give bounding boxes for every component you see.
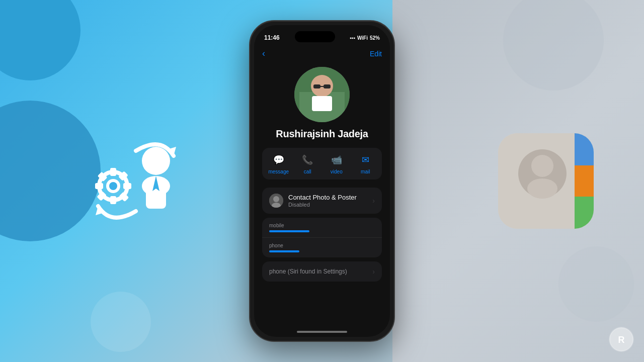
back-button[interactable]: ‹: [262, 48, 265, 59]
dynamic-island: [295, 31, 335, 42]
chevron-right-icon: ›: [372, 197, 375, 205]
battery-icon: 52%: [370, 35, 380, 41]
sync-settings-icon: [80, 126, 191, 236]
svg-rect-8: [110, 196, 116, 204]
nav-bar[interactable]: ‹ Edit: [254, 46, 390, 63]
signal-icon: ▪▪▪: [350, 35, 355, 41]
logo-svg: R: [609, 327, 634, 352]
mobile-field-value: [269, 230, 309, 232]
wifi-icon: WiFi: [357, 35, 368, 41]
message-icon: 💬: [272, 153, 286, 167]
avatar-svg: [294, 67, 350, 122]
phone-field-value: [269, 250, 299, 252]
svg-rect-7: [110, 168, 116, 176]
message-label: message: [268, 169, 289, 174]
video-icon: 📹: [330, 153, 344, 167]
svg-rect-18: [575, 133, 594, 165]
svg-rect-19: [575, 165, 594, 197]
status-icons: ▪▪▪ WiFi 52%: [350, 35, 380, 41]
svg-text:R: R: [618, 335, 625, 345]
contact-avatar-section: Rushirajsinh Jadeja: [254, 63, 390, 148]
contact-name: Rushirajsinh Jadeja: [276, 128, 368, 140]
contacts-avatar-svg: [498, 133, 594, 229]
siri-chevron-icon: ›: [372, 267, 375, 276]
svg-point-22: [531, 155, 553, 177]
techno-logo: R: [609, 327, 634, 352]
phone-field-label: phone: [269, 243, 375, 248]
contact-photo-poster-row[interactable]: Contact Photo & Poster Disabled ›: [262, 188, 382, 214]
video-button[interactable]: 📹 video: [322, 153, 351, 174]
status-time: 11:46: [264, 34, 280, 41]
info-row-text: Contact Photo & Poster Disabled: [288, 194, 367, 208]
mobile-field-label: mobile: [269, 223, 375, 228]
contact-photo-poster-subtitle: Disabled: [288, 202, 367, 208]
phone-field-row: phone: [262, 238, 382, 257]
svg-rect-27: [313, 84, 320, 88]
info-row-header: Contact Photo & Poster Disabled ›: [269, 194, 375, 208]
call-button[interactable]: 📞 call: [293, 153, 323, 174]
siri-row[interactable]: phone (Siri found in Settings) ›: [262, 261, 382, 282]
contact-photo-poster-title: Contact Photo & Poster: [288, 194, 367, 201]
poster-avatar: [269, 194, 283, 208]
svg-rect-28: [324, 84, 331, 88]
bg-circle-3: [91, 292, 151, 352]
call-label: call: [304, 169, 311, 174]
contact-photo-poster-section[interactable]: Contact Photo & Poster Disabled ›: [262, 188, 382, 214]
svg-point-23: [527, 178, 557, 199]
bg-circle-5: [558, 246, 634, 322]
mail-icon: ✉: [358, 153, 372, 167]
status-bar: 11:46 ▪▪▪ WiFi 52%: [254, 25, 390, 46]
power-button: [394, 92, 395, 127]
edit-button[interactable]: Edit: [370, 50, 382, 58]
mobile-field-section: mobile phone: [262, 218, 382, 257]
phone-mockup: 11:46 ▪▪▪ WiFi 52% ‹ Edit: [249, 20, 395, 342]
svg-rect-20: [575, 197, 594, 229]
contacts-icon-inner: [498, 133, 594, 229]
siri-text: phone (Siri found in Settings): [269, 268, 347, 275]
svg-rect-10: [95, 183, 103, 189]
svg-rect-30: [312, 96, 332, 111]
siri-section[interactable]: phone (Siri found in Settings) ›: [262, 261, 382, 282]
call-icon: 📞: [300, 153, 314, 167]
sync-icon-svg: [86, 131, 186, 231]
contact-avatar: [294, 67, 350, 122]
mobile-field-row: mobile: [262, 218, 382, 238]
phone-screen: 11:46 ▪▪▪ WiFi 52% ‹ Edit: [254, 25, 390, 337]
svg-point-6: [109, 182, 117, 190]
svg-point-0: [142, 147, 170, 175]
svg-rect-9: [123, 183, 131, 189]
home-indicator: [297, 331, 347, 333]
video-label: video: [331, 169, 343, 174]
mail-label: mail: [361, 169, 370, 174]
message-button[interactable]: 💬 message: [264, 153, 293, 174]
contacts-app-icon: [498, 133, 594, 229]
action-buttons: 💬 message 📞 call 📹 video ✉ mail: [262, 148, 382, 179]
mail-button[interactable]: ✉ mail: [351, 153, 380, 174]
phone-body: 11:46 ▪▪▪ WiFi 52% ‹ Edit: [249, 20, 395, 342]
svg-point-32: [273, 196, 279, 202]
